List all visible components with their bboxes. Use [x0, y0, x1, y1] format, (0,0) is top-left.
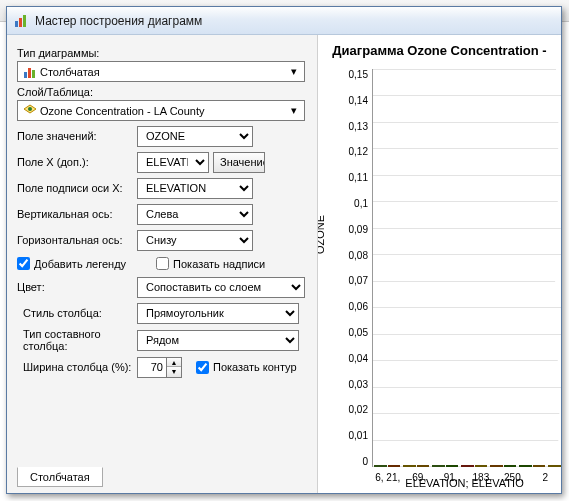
series-tab[interactable]: Столбчатая — [17, 467, 103, 487]
bar — [461, 465, 474, 467]
titlebar: Мастер построения диаграмм — [7, 7, 561, 35]
bar — [417, 465, 430, 467]
chart-bars — [372, 69, 561, 467]
show-labels-checkbox[interactable] — [156, 257, 169, 270]
layer-point-icon — [22, 103, 38, 119]
add-legend-checkbox[interactable] — [17, 257, 30, 270]
spinner-up-icon[interactable]: ▲ — [167, 358, 181, 368]
layer-value: Ozone Concentration - LA County — [40, 105, 286, 117]
ytick: 0,01 — [338, 430, 368, 441]
layer-label: Слой/Таблица: — [17, 86, 309, 98]
bar-group — [403, 465, 429, 467]
chart-type-select[interactable]: Столбчатая ▾ — [17, 61, 305, 82]
svg-rect-5 — [32, 70, 35, 78]
ytick: 0,11 — [338, 172, 368, 183]
ytick: 0,05 — [338, 327, 368, 338]
bar — [475, 465, 488, 467]
vaxis-label: Вертикальная ось: — [17, 208, 133, 220]
svg-rect-3 — [24, 72, 27, 78]
bar-width-input[interactable] — [138, 358, 166, 377]
bar — [432, 465, 445, 467]
chevron-down-icon: ▾ — [286, 65, 302, 78]
ytick: 0,14 — [338, 95, 368, 106]
multi-bar-label: Тип составного столбца: — [23, 328, 133, 352]
bar — [446, 465, 459, 467]
chart-xlabel: ELEVATION; ELEVATIO — [318, 477, 561, 489]
bar — [403, 465, 416, 467]
spinner-down-icon[interactable]: ▼ — [167, 367, 181, 377]
svg-rect-2 — [23, 15, 26, 27]
show-labels-label: Показать надписи — [173, 258, 265, 270]
bar-group — [490, 465, 516, 467]
bar — [533, 465, 546, 467]
ytick: 0,13 — [338, 121, 368, 132]
bar-group — [374, 465, 400, 467]
ytick: 0,09 — [338, 224, 368, 235]
bar — [388, 465, 401, 467]
ytick: 0,1 — [338, 198, 368, 209]
ytick: 0,02 — [338, 404, 368, 415]
layer-select[interactable]: Ozone Concentration - LA County ▾ — [17, 100, 305, 121]
ytick: 0,04 — [338, 353, 368, 364]
bar — [548, 465, 561, 467]
bar-group — [519, 465, 545, 467]
ytick: 0,03 — [338, 379, 368, 390]
bar — [374, 465, 387, 467]
value-field-label: Поле значений: — [17, 130, 133, 142]
x-value-button[interactable]: Значение — [213, 152, 265, 173]
color-label: Цвет: — [17, 281, 133, 293]
dialog-window: Мастер построения диаграмм Тип диаграммы… — [6, 6, 562, 494]
haxis-label: Горизонтальная ось: — [17, 234, 133, 246]
add-legend-label: Добавить легенду — [34, 258, 126, 270]
multi-bar-select[interactable]: Рядом — [137, 330, 299, 351]
ytick: 0,15 — [338, 69, 368, 80]
bar-width-label: Ширина столбца (%): — [23, 361, 133, 373]
x-field-label: Поле X (доп.): — [17, 156, 133, 168]
svg-rect-4 — [28, 68, 31, 78]
bar — [504, 465, 517, 467]
show-outline-checkbox[interactable] — [196, 361, 209, 374]
svg-rect-1 — [19, 18, 22, 27]
value-field-select[interactable]: OZONE — [137, 126, 253, 147]
x-label-field-label: Поле подписи оси X: — [17, 182, 133, 194]
ytick: 0,08 — [338, 250, 368, 261]
chart-type-value: Столбчатая — [40, 66, 286, 78]
svg-point-7 — [28, 107, 32, 111]
ytick: 0 — [338, 456, 368, 467]
ytick: 0,06 — [338, 301, 368, 312]
chart-title: Диаграмма Ozone Concentration - — [322, 43, 557, 58]
show-outline-label: Показать контур — [213, 361, 297, 373]
window-title: Мастер построения диаграмм — [35, 14, 202, 28]
x-field-select[interactable]: ELEVATION — [137, 152, 209, 173]
color-select[interactable]: Сопоставить со слоем — [137, 277, 305, 298]
svg-rect-0 — [15, 21, 18, 27]
chart-ylabel: OZONE — [317, 215, 326, 254]
chart-type-label: Тип диаграммы: — [17, 47, 309, 59]
bar-width-spinner[interactable]: ▲▼ — [137, 357, 182, 378]
vaxis-select[interactable]: Слева — [137, 204, 253, 225]
bar-style-select[interactable]: Прямоугольник — [137, 303, 299, 324]
ytick: 0,07 — [338, 275, 368, 286]
bar-style-label: Стиль столбца: — [23, 307, 133, 319]
chart-yticks: 0,150,140,130,120,110,10,090,080,070,060… — [338, 69, 368, 467]
bar-group — [461, 465, 487, 467]
chevron-down-icon: ▾ — [286, 104, 302, 117]
bar — [519, 465, 532, 467]
x-label-field-select[interactable]: ELEVATION — [137, 178, 253, 199]
bar-group — [432, 465, 458, 467]
chart-wizard-icon — [13, 13, 29, 29]
bar-chart-icon — [22, 64, 38, 80]
bar-group — [548, 465, 561, 467]
chart-area: OZONE 0,150,140,130,120,110,10,090,080,0… — [326, 69, 561, 467]
haxis-select[interactable]: Снизу — [137, 230, 253, 251]
bar — [490, 465, 503, 467]
form-pane: Тип диаграммы: Столбчатая ▾ Слой/Таблица… — [7, 35, 317, 493]
ytick: 0,12 — [338, 146, 368, 157]
chart-preview: Диаграмма Ozone Concentration - OZONE 0,… — [317, 35, 561, 493]
